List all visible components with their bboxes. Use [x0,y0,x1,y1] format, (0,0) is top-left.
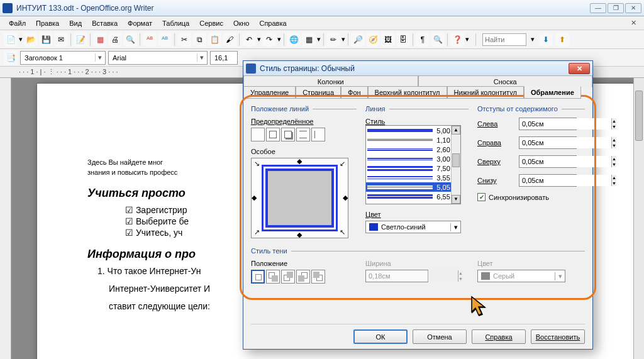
label-shadow-position: Положение [251,260,287,267]
titlebar: ИНТУИТ 133.odt - OpenOffice.org Writer —… [0,0,644,16]
menu-format[interactable]: Формат [123,18,157,28]
indent-top-field[interactable]: ▲▼ [519,155,577,168]
ok-button[interactable]: ОК [353,329,408,344]
undo-icon[interactable]: ↶ [242,33,256,47]
font-size-combo[interactable]: 16,1 [210,51,238,65]
minimize-button[interactable]: — [590,3,606,13]
label-predefined: Предопределённое [251,118,313,125]
label-special: Особое [251,148,275,155]
preset-shadow[interactable] [281,128,295,141]
dialog-close-button[interactable]: ✕ [569,63,590,74]
shadow-color-combo: Серый ▾ [477,270,565,282]
menu-table[interactable]: Таблица [157,18,194,28]
cut-icon[interactable]: ✂ [177,33,191,47]
shadow-br[interactable] [266,270,280,284]
doc-close-icon[interactable]: ✕ [627,19,640,27]
menu-tools[interactable]: Сервис [194,18,228,28]
tab-borders[interactable]: Обрамление [524,86,581,99]
shadow-tr[interactable] [281,270,295,284]
label-color: Цвет [365,211,381,218]
label-top: Сверху [477,158,515,165]
indent-bottom-field[interactable]: ▲▼ [519,174,577,187]
line-style-list[interactable]: 5,00 pt 1,10 pt 2,60 pt 3,00 pt 7,50 pt … [365,125,461,204]
menu-edit[interactable]: Правка [31,18,64,28]
search-up-icon[interactable]: ⬆ [555,33,569,47]
tab-footer[interactable]: Нижний колонтитул [447,86,524,99]
preset-left[interactable] [311,128,325,141]
border-preview[interactable]: ↘ ↙ ↗ ↖ ◆ ◆ ◆ ◆ [251,158,348,238]
line-color-combo[interactable]: Светло-синий ▾ [365,221,461,233]
style-list-scrollbar[interactable]: ▲▼ [451,126,460,204]
font-name-combo[interactable]: Arial▾ [108,51,208,65]
indent-left-field[interactable]: ▲▼ [519,118,577,130]
search-input[interactable] [482,33,526,46]
help-button[interactable]: Справка [472,329,526,344]
nonprint-icon[interactable]: ¶ [416,33,430,47]
dialog-title: Стиль страницы: Обычный [260,64,569,73]
reset-button[interactable]: Восстановить [531,329,585,344]
redo-icon[interactable]: ↷ [262,33,276,47]
pdf-icon[interactable]: ▦ [93,33,107,47]
tab-organizer[interactable]: Управление [243,86,296,99]
gallery-icon[interactable]: 🖼 [381,33,395,47]
shadow-tl[interactable] [311,270,325,284]
link-icon[interactable]: 🌐 [287,33,301,47]
menu-file[interactable]: Файл [4,18,31,28]
indent-right-field[interactable]: ▲▼ [519,136,577,149]
page-style-dialog: Стиль страницы: Обычный ✕ Колонки Сноска… [243,60,593,350]
help-icon[interactable]: ❓ [450,33,464,47]
edit-icon[interactable]: 📝 [74,33,87,47]
paragraph-style-combo[interactable]: Заголовок 1▾ [20,51,106,65]
shadow-bl[interactable] [296,270,310,284]
autospell-icon[interactable]: ᴬᴮ [158,33,172,47]
search-down-icon[interactable]: ⬇ [539,33,553,47]
group-line-arrangement: Положение линий [251,105,357,113]
restore-button[interactable]: ❐ [608,3,624,13]
navigator-icon[interactable]: 🧭 [366,33,380,47]
label-bottom: Снизу [477,177,515,184]
menu-help[interactable]: Справка [254,18,291,28]
menu-insert[interactable]: Вставка [87,18,123,28]
vertical-scrollbar[interactable] [633,78,644,359]
cancel-button[interactable]: Отмена [413,329,467,344]
menu-window[interactable]: Окно [228,18,255,28]
window-title: ИНТУИТ 133.odt - OpenOffice.org Writer [16,4,590,13]
tab-background[interactable]: Фон [341,86,368,99]
styles-icon[interactable]: 📑 [4,51,18,65]
group-shadow: Стиль тени [251,247,585,255]
new-doc-icon[interactable]: 📄 [4,33,18,47]
table-icon[interactable]: ▦ [302,33,316,47]
group-indents: Отступы от содержимого [477,105,585,113]
vertical-ruler[interactable] [0,78,11,359]
mail-icon[interactable]: ✉ [54,33,68,47]
shadow-none[interactable] [251,270,265,284]
preview-icon[interactable]: 🔍 [123,33,137,47]
preset-none[interactable] [251,128,265,141]
find-icon[interactable]: 🔎 [351,33,365,47]
copy-icon[interactable]: ⧉ [192,33,206,47]
synchronize-checkbox[interactable]: ✔Синхронизировать [477,193,585,201]
standard-toolbar: 📄 ▾ 📂 💾 ✉ 📝 ▦ 🖨 🔍 ᴬᴮ ᴬᴮ ✂ ⧉ 📋 🖌 ↶▾ ↷▾ 🌐 … [0,30,644,49]
tab-page[interactable]: Страница [296,86,341,99]
save-icon[interactable]: 💾 [39,33,53,47]
preset-top-bottom[interactable] [296,128,310,141]
label-right: Справа [477,139,515,146]
shadow-width-field: ▲▼ [365,270,428,282]
spellcheck-icon[interactable]: ᴬᴮ [143,33,157,47]
paste-icon[interactable]: 📋 [208,33,221,47]
tab-header[interactable]: Верхний колонтитул [368,86,447,99]
dialog-icon [246,64,256,74]
drawing-icon[interactable]: ✏ [326,33,340,47]
brush-icon[interactable]: 🖌 [223,33,236,47]
label-style: Стиль [365,118,385,125]
close-button[interactable]: ✕ [625,3,641,13]
label-left: Слева [477,120,515,128]
label-shadow-color: Цвет [477,260,493,267]
open-icon[interactable]: 📂 [24,33,38,47]
menu-view[interactable]: Вид [64,18,87,28]
preset-box[interactable] [266,128,280,141]
zoom-icon[interactable]: 🔍 [431,33,445,47]
datasource-icon[interactable]: 🗄 [396,33,410,47]
dialog-titlebar[interactable]: Стиль страницы: Обычный ✕ [243,61,592,76]
print-icon[interactable]: 🖨 [108,33,122,47]
